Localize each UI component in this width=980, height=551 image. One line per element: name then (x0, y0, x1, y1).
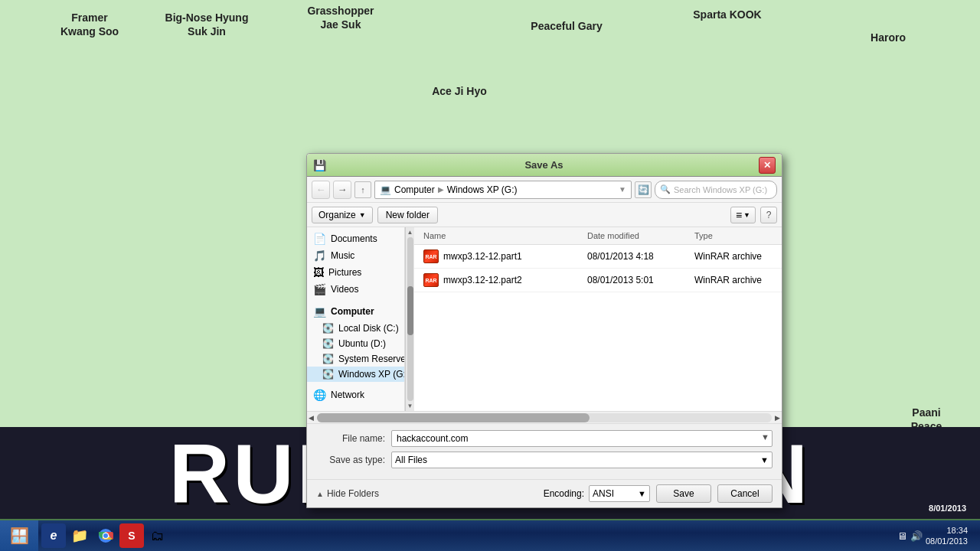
nav-item-localc[interactable]: 💽 Local Disk (C:) (307, 321, 404, 336)
address-drive: Windows XP (G:) (447, 184, 518, 195)
music-label: Music (331, 250, 354, 261)
dialog-icon: 💾 (313, 159, 326, 171)
nav-item-network[interactable]: 🌐 Network (307, 386, 404, 403)
filename-row: File name: ▼ (316, 430, 773, 447)
char-label-jaesuk: GrasshopperJae Suk (283, 4, 398, 31)
winxp-label: Windows XP (G:) (338, 369, 405, 380)
footer-left: ▲ Hide Folders (316, 488, 537, 499)
up-button[interactable]: ↑ (354, 181, 371, 198)
horizontal-scrollbar[interactable] (317, 413, 772, 422)
char-label-gary: Peaceful Gary (509, 19, 624, 33)
computer-icon: 💻 (313, 305, 326, 318)
documents-icon: 📄 (313, 233, 326, 245)
nav-pane-wrapper: 📄 Documents 🎵 Music 🖼 Pictures 🎬 Videos (307, 227, 414, 411)
new-folder-button[interactable]: New folder (377, 207, 438, 223)
file-row-1[interactable]: RAR mwxp3.12-12.part1 08/01/2013 4:18 Wi… (414, 245, 782, 269)
scratch-taskbar-icon[interactable]: S (119, 523, 144, 548)
organize-arrow-icon: ▼ (359, 211, 366, 219)
col-name[interactable]: Name (420, 229, 584, 243)
char-label-sukjin: Big-Nose HyungSuk Jin (145, 11, 268, 38)
videos-icon: 🎬 (313, 283, 326, 295)
encoding-label: Encoding: (544, 488, 584, 499)
filename-dropdown-arrow[interactable]: ▼ (761, 432, 769, 442)
scroll-right-btn[interactable]: ▶ (775, 414, 780, 422)
documents-label: Documents (331, 233, 377, 244)
dialog-footer: ▲ Hide Folders Encoding: ANSI ▼ Save Can… (307, 479, 782, 507)
file-name-2: mwxp3.12-12.part2 (443, 275, 522, 285)
nav-item-documents[interactable]: 📄 Documents (307, 230, 404, 247)
explorer-icon-symbol: 🗂 (151, 528, 165, 544)
organize-button[interactable]: Organize ▼ (312, 207, 373, 223)
dialog-titlebar: 💾 Save As ✕ (307, 154, 782, 177)
chrome-taskbar-icon[interactable] (93, 523, 118, 548)
filetype-select[interactable]: All Files ▼ (391, 452, 773, 468)
cancel-button[interactable]: Cancel (717, 484, 773, 503)
char-label-sparta: Sparta KOOK (674, 8, 781, 21)
svg-point-3 (103, 533, 108, 538)
filetype-row: Save as type: All Files ▼ (316, 452, 773, 468)
horizontal-scrollbar-area: ◀ ▶ (307, 411, 782, 423)
file-pane: Name Date modified Type RAR mwxp3.12-12.… (414, 227, 782, 411)
taskbar-icons: e 📁 S 🗂 (38, 523, 468, 548)
nav-scroll-up[interactable]: ▲ (407, 229, 413, 236)
filetype-label: Save as type: (316, 455, 385, 465)
dialog-controls: ✕ (759, 157, 776, 174)
col-date[interactable]: Date modified (584, 229, 691, 243)
nav-item-winxp[interactable]: 💽 Windows XP (G:) (307, 367, 404, 382)
col-type[interactable]: Type (691, 229, 776, 243)
encoding-select[interactable]: ANSI ▼ (589, 485, 650, 502)
rar-icon-1: RAR (423, 249, 439, 263)
address-bar[interactable]: 💻 Computer ▶ Windows XP (G:) ▼ (374, 181, 632, 199)
organize-label: Organize (318, 210, 356, 220)
nav-item-music[interactable]: 🎵 Music (307, 247, 404, 264)
network-icon: 🌐 (313, 389, 326, 401)
file-date-1: 08/01/2013 4:18 (587, 251, 654, 262)
start-button[interactable]: 🪟 (0, 520, 38, 551)
nav-scroll-down[interactable]: ▼ (407, 403, 413, 409)
nav-scrollbar[interactable]: ▲ ▼ (405, 227, 414, 411)
file-name-1: mwxp3.12-12.part1 (443, 251, 522, 262)
secondary-toolbar: Organize ▼ New folder ≡ ▼ ? (307, 203, 782, 227)
date-display: 08/01/2013 (926, 536, 968, 546)
help-button[interactable]: ? (760, 207, 777, 223)
back-button[interactable]: ← (312, 181, 330, 199)
address-icon: 💻 (380, 184, 391, 195)
view-button[interactable]: ≡ ▼ (730, 207, 756, 223)
tray-sound-icon: 🔊 (910, 530, 923, 542)
search-box[interactable]: 🔍 Search Windows XP (G:) (655, 181, 777, 199)
file-date-2: 08/01/2013 5:01 (587, 275, 654, 285)
nav-item-ubuntu[interactable]: 💽 Ubuntu (D:) (307, 336, 404, 351)
refresh-button[interactable]: 🔄 (635, 181, 652, 198)
close-button[interactable]: ✕ (759, 157, 776, 174)
hide-folders-icon: ▲ (316, 490, 324, 498)
file-row-2[interactable]: RAR mwxp3.12-12.part2 08/01/2013 5:01 Wi… (414, 269, 782, 292)
file-type-2: WinRAR archive (694, 275, 762, 285)
filename-input[interactable] (391, 430, 773, 447)
winxp-icon: 💽 (322, 369, 334, 380)
ie-taskbar-icon[interactable]: e (41, 523, 66, 548)
pictures-icon: 🖼 (313, 266, 324, 279)
search-placeholder: Search Windows XP (G:) (674, 185, 767, 194)
nav-item-sysreserved[interactable]: 💽 System Reserved (307, 351, 404, 367)
nav-computer-section[interactable]: 💻 Computer (307, 302, 404, 321)
chrome-icon-svg (98, 528, 113, 543)
save-as-dialog: 💾 Save As ✕ ← → ↑ 💻 Computer ▶ Windows X… (306, 153, 782, 508)
hide-folders-label: Hide Folders (327, 488, 379, 499)
file-type-1: WinRAR archive (694, 251, 762, 262)
address-computer: Computer (394, 184, 435, 195)
save-button[interactable]: Save (656, 484, 711, 503)
windows-logo-icon: 🪟 (10, 527, 29, 545)
nav-item-videos[interactable]: 🎬 Videos (307, 281, 404, 298)
filetype-arrow-icon: ▼ (760, 455, 769, 465)
nav-item-pictures[interactable]: 🖼 Pictures (307, 264, 404, 281)
hide-folders-button[interactable]: ▲ Hide Folders (316, 488, 379, 499)
folder-taskbar-icon[interactable]: 📁 (67, 523, 92, 548)
explorer-taskbar-icon[interactable]: 🗂 (145, 523, 170, 548)
network-label: Network (331, 390, 364, 400)
char-label-kwangsoo: FramerKwang Soo (40, 11, 139, 38)
scroll-left-btn[interactable]: ◀ (309, 414, 314, 422)
forward-button[interactable]: → (333, 181, 351, 199)
file-cell-date-2: 08/01/2013 5:01 (584, 272, 691, 289)
localc-label: Local Disk (C:) (338, 323, 399, 334)
filename-label: File name: (316, 433, 385, 444)
